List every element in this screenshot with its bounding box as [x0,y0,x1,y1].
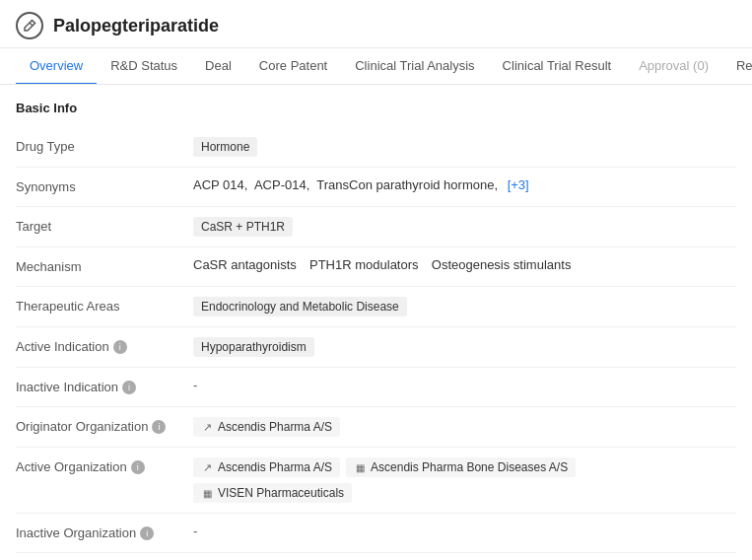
row-drug-highest-phase: Drug Highest Phase i Approved [16,553,736,560]
value-active-org: ↗ Ascendis Pharma A/S ▦ Ascendis Pharma … [193,457,736,503]
mechanism-osteo: Osteogenesis stimulants [425,257,572,272]
org-icon-ascendis: ↗ [201,421,213,433]
page-header: Palopegteriparatide [0,0,752,48]
label-mechanism: Mechanism [16,257,193,274]
mechanism-casr: CaSR antagonists [193,257,297,272]
nav-tabs: Overview R&D Status Deal Core Patent Cli… [0,48,752,85]
value-target: CaSR + PTH1R [193,217,736,237]
value-inactive-org: - [193,524,736,538]
info-icon-inactive-org[interactable]: i [140,526,154,540]
label-inactive-org: Inactive Organization i [16,524,193,540]
value-drug-type: Hormone [193,137,736,157]
tab-core-patent[interactable]: Core Patent [245,48,341,85]
tab-deal[interactable]: Deal [191,48,245,85]
row-synonyms: Synonyms ACP 014, ACP-014, TransCon para… [16,168,736,207]
value-inactive-indication: - [193,378,736,392]
tag-hormone: Hormone [193,137,257,157]
org-icon-visen: ▦ [201,487,213,499]
tab-clinical-trial-result[interactable]: Clinical Trial Result [489,48,626,85]
synonyms-text: ACP 014, ACP-014, TransCon parathyroid h… [193,177,502,192]
row-inactive-org: Inactive Organization i - [16,514,736,553]
row-drug-type: Drug Type Hormone [16,127,736,168]
org-icon-ascendis-active: ↗ [201,461,213,473]
tab-overview[interactable]: Overview [16,48,97,85]
row-originator-org: Originator Organization i ↗ Ascendis Pha… [16,407,736,448]
row-target: Target CaSR + PTH1R [16,207,736,247]
org-visen[interactable]: ▦ VISEN Pharmaceuticals [193,483,352,503]
label-inactive-indication: Inactive Indication i [16,378,193,394]
org-ascendis-bone[interactable]: ▦ Ascendis Pharma Bone Diseases A/S [346,457,576,477]
section-basic-info: Basic Info [16,101,736,115]
synonyms-more-link[interactable]: [+3] [508,177,529,192]
svg-line-0 [30,23,33,26]
row-inactive-indication: Inactive Indication i - [16,368,736,407]
info-icon-originator-org[interactable]: i [152,420,166,434]
value-active-indication: Hypoparathyroidism [193,337,736,357]
value-synonyms: ACP 014, ACP-014, TransCon parathyroid h… [193,177,736,192]
value-mechanism: CaSR antagonists PTH1R modulators Osteog… [193,257,736,272]
org-icon-bone: ▦ [354,461,366,473]
tab-rd-status[interactable]: R&D Status [97,48,191,85]
label-active-indication: Active Indication i [16,337,193,354]
mechanism-pth1r: PTH1R modulators [303,257,419,272]
info-icon-active-org[interactable]: i [131,460,145,474]
row-active-org: Active Organization i ↗ Ascendis Pharma … [16,448,736,514]
dash-inactive-indication: - [193,378,197,392]
info-icon-inactive-indication[interactable]: i [122,381,136,394]
label-originator-org: Originator Organization i [16,417,193,434]
tab-regulation[interactable]: Regulation [722,48,752,85]
label-target: Target [16,217,193,234]
tag-active-indication: Hypoparathyroidism [193,337,314,357]
tab-clinical-trial-analysis[interactable]: Clinical Trial Analysis [341,48,488,85]
row-therapeutic-areas: Therapeutic Areas Endocrinology and Meta… [16,287,736,327]
tag-target: CaSR + PTH1R [193,217,293,237]
dash-inactive-org: - [193,524,197,538]
tab-approval: Approval (0) [625,48,722,85]
value-originator-org: ↗ Ascendis Pharma A/S [193,417,736,437]
tag-therapeutic-area: Endocrinology and Metabolic Disease [193,297,407,316]
drug-title: Palopegteriparatide [53,16,219,36]
value-therapeutic-areas: Endocrinology and Metabolic Disease [193,297,736,316]
main-content: Basic Info Drug Type Hormone Synonyms AC… [0,85,752,560]
label-therapeutic-areas: Therapeutic Areas [16,297,193,314]
org-ascendis-pharma-active[interactable]: ↗ Ascendis Pharma A/S [193,457,340,477]
org-ascendis-pharma[interactable]: ↗ Ascendis Pharma A/S [193,417,340,437]
label-active-org: Active Organization i [16,457,193,474]
info-icon-active-indication[interactable]: i [113,340,127,354]
drug-icon [16,12,43,39]
row-active-indication: Active Indication i Hypoparathyroidism [16,327,736,368]
label-drug-type: Drug Type [16,137,193,154]
label-synonyms: Synonyms [16,177,193,194]
row-mechanism: Mechanism CaSR antagonists PTH1R modulat… [16,247,736,287]
